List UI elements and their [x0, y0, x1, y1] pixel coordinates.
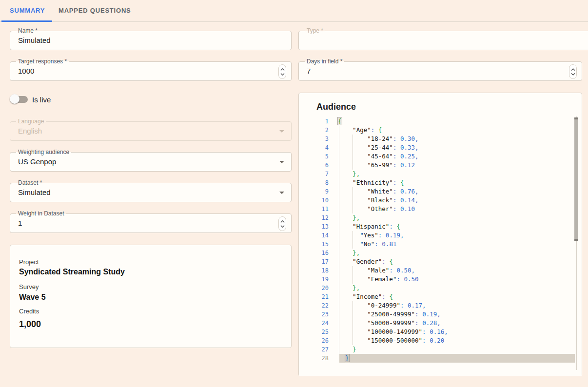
- weight-in-dataset-value[interactable]: 1: [18, 214, 22, 232]
- line-number: 7: [299, 170, 329, 178]
- code-line[interactable]: }: [338, 345, 448, 354]
- line-number: 27: [299, 345, 329, 354]
- line-number: 10: [299, 196, 329, 205]
- tab-mapped-questions[interactable]: MAPPED QUESTIONS: [59, 7, 131, 14]
- code-line[interactable]: "25000-49999": 0.19,: [338, 310, 448, 319]
- survey-value: Wave 5: [19, 293, 46, 302]
- code-line[interactable]: "45-64": 0.25,: [338, 152, 448, 161]
- line-number: 12: [299, 213, 329, 222]
- days-in-field-value[interactable]: 7: [307, 62, 311, 80]
- weight-in-dataset-field[interactable]: Weight in Dataset 1: [10, 213, 292, 233]
- weighting-audience-value[interactable]: US Genpop: [18, 153, 56, 171]
- line-number: 8: [299, 178, 329, 187]
- code-line[interactable]: "Other": 0.10: [338, 205, 448, 213]
- line-number: 11: [299, 205, 329, 213]
- code-line[interactable]: "No": 0.81: [338, 240, 448, 249]
- chevron-down-icon[interactable]: [571, 73, 575, 76]
- code-line[interactable]: "Hispanic": {: [338, 222, 448, 231]
- dropdown-arrow-icon[interactable]: [279, 130, 284, 133]
- editor-gutter: 1234567891011121314151617181920212223242…: [299, 117, 329, 363]
- line-number: 2: [299, 126, 329, 135]
- line-number: 24: [299, 319, 329, 328]
- code-line[interactable]: "18-24": 0.30,: [338, 135, 448, 143]
- target-responses-field[interactable]: Target responses * 1000: [10, 61, 292, 81]
- line-number: 6: [299, 161, 329, 170]
- language-select[interactable]: Language English: [10, 121, 292, 141]
- target-responses-value[interactable]: 1000: [18, 62, 34, 80]
- weight-in-dataset-label: Weight in Dataset: [16, 211, 66, 217]
- audience-card: Audience 1234567891011121314151617181920…: [298, 93, 582, 376]
- is-live-toggle-thumb[interactable]: [10, 94, 20, 104]
- line-number: 1: [299, 117, 329, 126]
- name-value[interactable]: Simulated: [18, 31, 51, 50]
- line-number: 17: [299, 257, 329, 266]
- type-label: Type *: [305, 28, 325, 34]
- chevron-down-icon[interactable]: [280, 73, 285, 76]
- line-number: 14: [299, 231, 329, 240]
- code-line[interactable]: "25-44": 0.33,: [338, 143, 448, 152]
- type-field[interactable]: Type *: [298, 31, 588, 50]
- dataset-value[interactable]: Simulated: [18, 183, 51, 202]
- code-line[interactable]: "100000-149999": 0.16,: [338, 328, 448, 336]
- line-number: 15: [299, 240, 329, 249]
- code-line[interactable]: "Male": 0.50,: [338, 266, 448, 275]
- code-line[interactable]: "50000-99999": 0.28,: [338, 319, 448, 328]
- dropdown-arrow-icon[interactable]: [279, 161, 284, 163]
- code-line[interactable]: "Gender": {: [338, 257, 448, 266]
- weighting-audience-select[interactable]: Weighting audience US Genpop: [10, 152, 292, 172]
- indent-guide: [353, 231, 353, 249]
- tab-bar: SUMMARY MAPPED QUESTIONS: [0, 0, 588, 22]
- dataset-select[interactable]: Dataset * Simulated: [10, 183, 292, 202]
- line-number: 16: [299, 249, 329, 257]
- code-line[interactable]: "Ethnicity": {: [338, 178, 448, 187]
- code-line[interactable]: "Black": 0.14,: [338, 196, 448, 205]
- credits-value: 1,000: [19, 319, 41, 329]
- chevron-up-icon[interactable]: [280, 220, 285, 223]
- line-number: 22: [299, 301, 329, 310]
- code-line[interactable]: },: [338, 213, 448, 222]
- code-line[interactable]: "Yes": 0.19,: [338, 231, 448, 240]
- indent-guide: [353, 187, 353, 213]
- line-number: 3: [299, 135, 329, 143]
- line-number: 23: [299, 310, 329, 319]
- line-number: 13: [299, 222, 329, 231]
- line-number: 4: [299, 143, 329, 152]
- language-value[interactable]: English: [18, 122, 42, 140]
- line-number: 20: [299, 284, 329, 292]
- chevron-up-icon[interactable]: [571, 68, 575, 71]
- scrollbar-thumb[interactable]: [574, 117, 578, 241]
- tab-bar-divider: [0, 21, 588, 22]
- editor-code[interactable]: { "Age": { "18-24": 0.30, "25-44": 0.33,…: [338, 117, 448, 363]
- target-responses-stepper[interactable]: [278, 64, 286, 79]
- project-label: Project: [19, 258, 39, 266]
- weight-in-dataset-stepper[interactable]: [278, 216, 286, 231]
- line-number: 25: [299, 328, 329, 336]
- project-value: Syndicated Streaming Study: [19, 268, 125, 276]
- survey-label: Survey: [19, 283, 39, 290]
- code-line[interactable]: "White": 0.76,: [338, 187, 448, 196]
- code-line[interactable]: "65-99": 0.12: [338, 161, 448, 170]
- days-in-field-stepper[interactable]: [569, 64, 577, 79]
- chevron-down-icon[interactable]: [280, 225, 285, 228]
- code-line[interactable]: "150000-500000": 0.20: [338, 336, 448, 345]
- audience-json-editor[interactable]: 1234567891011121314151617181920212223242…: [299, 116, 582, 376]
- line-number: 5: [299, 152, 329, 161]
- code-line[interactable]: },: [338, 284, 448, 292]
- code-line[interactable]: "Income": {: [338, 292, 448, 301]
- tab-summary[interactable]: SUMMARY: [10, 7, 45, 14]
- code-line[interactable]: {: [338, 117, 448, 126]
- name-field[interactable]: Name * Simulated: [10, 31, 292, 50]
- credits-label: Credits: [19, 308, 39, 315]
- chevron-up-icon[interactable]: [280, 68, 285, 71]
- dropdown-arrow-icon[interactable]: [279, 192, 284, 194]
- code-line[interactable]: "Female": 0.50: [338, 275, 448, 284]
- code-line[interactable]: },: [338, 249, 448, 257]
- code-line[interactable]: "Age": {: [338, 126, 448, 135]
- line-number: 21: [299, 292, 329, 301]
- code-line[interactable]: },: [338, 170, 448, 178]
- is-live-label: Is live: [32, 96, 51, 104]
- line-number: 9: [299, 187, 329, 196]
- code-line[interactable]: "0-24999": 0.17,: [338, 301, 448, 310]
- code-line[interactable]: }: [338, 354, 448, 363]
- days-in-field-field[interactable]: Days in field * 7: [298, 61, 582, 81]
